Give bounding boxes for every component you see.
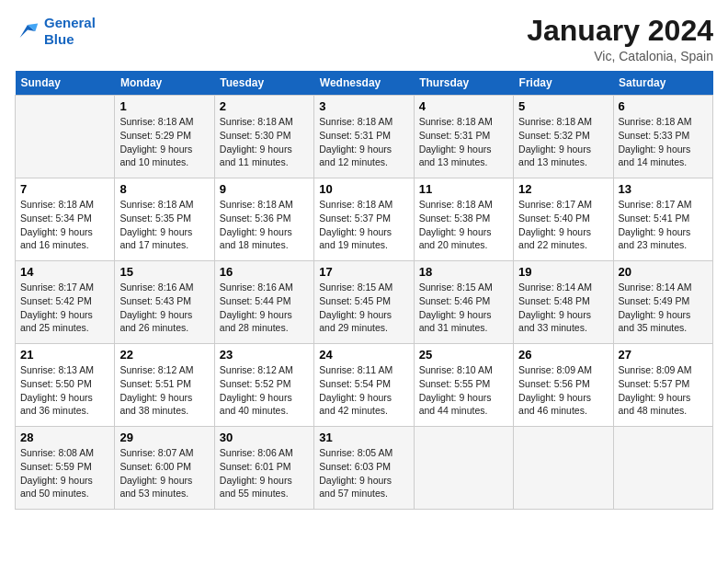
day-number: 22 xyxy=(119,348,209,362)
calendar-day-cell: 21Sunrise: 8:13 AMSunset: 5:50 PMDayligh… xyxy=(16,344,115,427)
day-number: 11 xyxy=(419,182,508,196)
calendar-day-cell: 17Sunrise: 8:15 AMSunset: 5:45 PMDayligh… xyxy=(314,261,414,344)
weekday-header: Sunday xyxy=(16,71,115,96)
day-info: Sunrise: 8:14 AMSunset: 5:49 PMDaylight:… xyxy=(619,281,708,335)
calendar-day-cell: 18Sunrise: 8:15 AMSunset: 5:46 PMDayligh… xyxy=(414,261,513,344)
calendar-day-cell: 25Sunrise: 8:10 AMSunset: 5:55 PMDayligh… xyxy=(414,344,513,427)
day-number: 4 xyxy=(419,99,508,113)
day-number: 5 xyxy=(518,99,608,113)
day-number: 12 xyxy=(518,182,608,196)
calendar-day-cell xyxy=(514,427,613,510)
day-info: Sunrise: 8:11 AMSunset: 5:54 PMDaylight:… xyxy=(319,363,408,418)
calendar-day-cell: 12Sunrise: 8:17 AMSunset: 5:40 PMDayligh… xyxy=(514,178,613,261)
day-number: 18 xyxy=(419,265,508,279)
day-info: Sunrise: 8:18 AMSunset: 5:29 PMDaylight:… xyxy=(119,115,209,169)
day-info: Sunrise: 8:12 AMSunset: 5:51 PMDaylight:… xyxy=(119,363,209,418)
weekday-header: Tuesday xyxy=(214,71,313,96)
day-info: Sunrise: 8:16 AMSunset: 5:44 PMDaylight:… xyxy=(220,281,309,335)
calendar-day-cell: 5Sunrise: 8:18 AMSunset: 5:32 PMDaylight… xyxy=(514,96,613,178)
calendar-day-cell xyxy=(414,427,513,510)
calendar-day-cell: 24Sunrise: 8:11 AMSunset: 5:54 PMDayligh… xyxy=(314,344,414,427)
calendar-day-cell: 19Sunrise: 8:14 AMSunset: 5:48 PMDayligh… xyxy=(514,261,613,344)
logo-text: General Blue xyxy=(44,15,96,48)
calendar-day-cell: 13Sunrise: 8:17 AMSunset: 5:41 PMDayligh… xyxy=(613,178,712,261)
day-info: Sunrise: 8:18 AMSunset: 5:36 PMDaylight:… xyxy=(220,198,309,252)
day-number: 6 xyxy=(619,99,708,113)
day-number: 23 xyxy=(220,348,309,362)
day-info: Sunrise: 8:18 AMSunset: 5:37 PMDaylight:… xyxy=(319,198,408,252)
day-number: 2 xyxy=(220,99,309,113)
day-number: 15 xyxy=(119,265,209,279)
day-info: Sunrise: 8:16 AMSunset: 5:43 PMDaylight:… xyxy=(119,281,209,335)
calendar-day-cell: 7Sunrise: 8:18 AMSunset: 5:34 PMDaylight… xyxy=(16,178,115,261)
calendar-day-cell: 31Sunrise: 8:05 AMSunset: 6:03 PMDayligh… xyxy=(314,427,414,510)
calendar-day-cell: 22Sunrise: 8:12 AMSunset: 5:51 PMDayligh… xyxy=(115,344,214,427)
calendar-week-row: 14Sunrise: 8:17 AMSunset: 5:42 PMDayligh… xyxy=(16,261,713,344)
day-number: 25 xyxy=(419,348,508,362)
day-info: Sunrise: 8:18 AMSunset: 5:30 PMDaylight:… xyxy=(220,115,309,169)
day-info: Sunrise: 8:17 AMSunset: 5:42 PMDaylight:… xyxy=(20,281,109,335)
day-number: 28 xyxy=(20,431,109,444)
calendar-table: SundayMondayTuesdayWednesdayThursdayFrid… xyxy=(15,71,713,510)
day-number: 14 xyxy=(20,265,109,279)
day-number: 19 xyxy=(518,265,608,279)
day-info: Sunrise: 8:12 AMSunset: 5:52 PMDaylight:… xyxy=(220,363,309,418)
calendar-week-row: 7Sunrise: 8:18 AMSunset: 5:34 PMDaylight… xyxy=(16,178,713,261)
calendar-day-cell: 2Sunrise: 8:18 AMSunset: 5:30 PMDaylight… xyxy=(214,96,313,178)
calendar-title: January 2024 xyxy=(527,15,713,47)
day-info: Sunrise: 8:18 AMSunset: 5:38 PMDaylight:… xyxy=(419,198,508,252)
day-info: Sunrise: 8:07 AMSunset: 6:00 PMDaylight:… xyxy=(119,446,209,500)
calendar-day-cell: 8Sunrise: 8:18 AMSunset: 5:35 PMDaylight… xyxy=(115,178,214,261)
day-info: Sunrise: 8:08 AMSunset: 5:59 PMDaylight:… xyxy=(20,446,109,500)
logo: General Blue xyxy=(15,15,96,48)
day-number: 21 xyxy=(20,348,109,362)
calendar-week-row: 21Sunrise: 8:13 AMSunset: 5:50 PMDayligh… xyxy=(16,344,713,427)
day-info: Sunrise: 8:15 AMSunset: 5:46 PMDaylight:… xyxy=(419,281,508,335)
day-number: 10 xyxy=(319,182,408,196)
day-number: 31 xyxy=(319,431,408,444)
day-number: 30 xyxy=(220,431,309,444)
weekday-header: Thursday xyxy=(414,71,513,96)
calendar-day-cell: 11Sunrise: 8:18 AMSunset: 5:38 PMDayligh… xyxy=(414,178,513,261)
day-number: 17 xyxy=(319,265,408,279)
day-info: Sunrise: 8:18 AMSunset: 5:34 PMDaylight:… xyxy=(20,198,109,252)
day-number: 16 xyxy=(220,265,309,279)
day-info: Sunrise: 8:18 AMSunset: 5:32 PMDaylight:… xyxy=(518,115,608,169)
day-info: Sunrise: 8:18 AMSunset: 5:33 PMDaylight:… xyxy=(619,115,708,169)
day-info: Sunrise: 8:17 AMSunset: 5:40 PMDaylight:… xyxy=(518,198,608,252)
calendar-subtitle: Vic, Catalonia, Spain xyxy=(527,49,713,63)
weekday-header: Saturday xyxy=(613,71,712,96)
day-info: Sunrise: 8:18 AMSunset: 5:35 PMDaylight:… xyxy=(119,198,209,252)
calendar-day-cell: 4Sunrise: 8:18 AMSunset: 5:31 PMDaylight… xyxy=(414,96,513,178)
day-number: 8 xyxy=(119,182,209,196)
day-number: 3 xyxy=(319,99,408,113)
day-info: Sunrise: 8:06 AMSunset: 6:01 PMDaylight:… xyxy=(220,446,309,500)
day-info: Sunrise: 8:09 AMSunset: 5:56 PMDaylight:… xyxy=(518,363,608,418)
calendar-title-block: January 2024 Vic, Catalonia, Spain xyxy=(527,15,713,63)
weekday-header-row: SundayMondayTuesdayWednesdayThursdayFrid… xyxy=(16,71,713,96)
day-info: Sunrise: 8:10 AMSunset: 5:55 PMDaylight:… xyxy=(419,363,508,418)
calendar-day-cell xyxy=(16,96,115,178)
calendar-day-cell: 14Sunrise: 8:17 AMSunset: 5:42 PMDayligh… xyxy=(16,261,115,344)
calendar-day-cell: 15Sunrise: 8:16 AMSunset: 5:43 PMDayligh… xyxy=(115,261,214,344)
calendar-day-cell: 6Sunrise: 8:18 AMSunset: 5:33 PMDaylight… xyxy=(613,96,712,178)
calendar-week-row: 1Sunrise: 8:18 AMSunset: 5:29 PMDaylight… xyxy=(16,96,713,178)
day-number: 1 xyxy=(119,99,209,113)
calendar-day-cell: 30Sunrise: 8:06 AMSunset: 6:01 PMDayligh… xyxy=(214,427,313,510)
day-number: 27 xyxy=(619,348,708,362)
day-info: Sunrise: 8:05 AMSunset: 6:03 PMDaylight:… xyxy=(319,446,408,500)
calendar-day-cell: 16Sunrise: 8:16 AMSunset: 5:44 PMDayligh… xyxy=(214,261,313,344)
day-info: Sunrise: 8:15 AMSunset: 5:45 PMDaylight:… xyxy=(319,281,408,335)
calendar-day-cell: 10Sunrise: 8:18 AMSunset: 5:37 PMDayligh… xyxy=(314,178,414,261)
day-info: Sunrise: 8:14 AMSunset: 5:48 PMDaylight:… xyxy=(518,281,608,335)
calendar-day-cell: 27Sunrise: 8:09 AMSunset: 5:57 PMDayligh… xyxy=(613,344,712,427)
day-number: 26 xyxy=(518,348,608,362)
logo-icon xyxy=(15,18,40,44)
calendar-day-cell: 26Sunrise: 8:09 AMSunset: 5:56 PMDayligh… xyxy=(514,344,613,427)
day-info: Sunrise: 8:17 AMSunset: 5:41 PMDaylight:… xyxy=(619,198,708,252)
day-info: Sunrise: 8:18 AMSunset: 5:31 PMDaylight:… xyxy=(319,115,408,169)
calendar-day-cell: 1Sunrise: 8:18 AMSunset: 5:29 PMDaylight… xyxy=(115,96,214,178)
calendar-day-cell: 29Sunrise: 8:07 AMSunset: 6:00 PMDayligh… xyxy=(115,427,214,510)
day-number: 7 xyxy=(20,182,109,196)
calendar-day-cell: 28Sunrise: 8:08 AMSunset: 5:59 PMDayligh… xyxy=(16,427,115,510)
